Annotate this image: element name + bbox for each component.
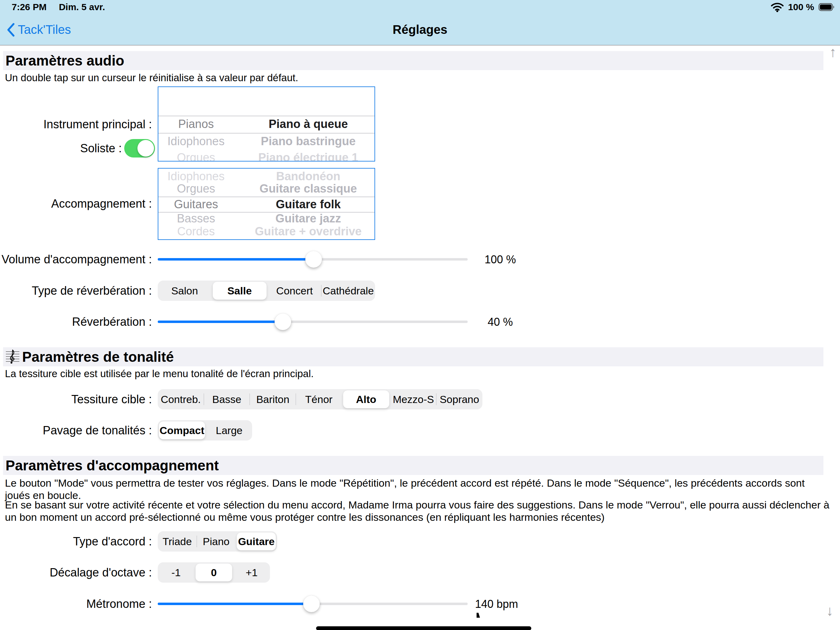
picker-category: Guitares <box>158 198 234 211</box>
accompagnement-picker[interactable]: Idiophones Bandonéon Orgues Guitare clas… <box>158 168 375 240</box>
soliste-toggle[interactable] <box>124 139 155 157</box>
section-header-audio: Paramètres audio <box>3 51 823 70</box>
tessiture-label: Tessiture cible : <box>0 392 152 406</box>
segment-label: Mezzo-S <box>393 393 434 405</box>
segment-label: Guitare <box>238 535 275 548</box>
battery-icon <box>818 3 835 11</box>
segment-piano[interactable]: Piano <box>197 531 236 552</box>
picker-separator <box>158 116 374 116</box>
treble-clef-icon <box>3 350 20 364</box>
segment-label: Cathédrale <box>322 285 374 297</box>
octave-label: Décalage d'octave : <box>0 565 152 579</box>
reverb-value: 40 % <box>471 315 529 329</box>
segment-alto-selected[interactable]: Alto <box>343 390 389 408</box>
segment-label: Basse <box>212 393 242 405</box>
home-indicator[interactable] <box>316 626 531 630</box>
segment-tenor[interactable]: Ténor <box>296 389 342 410</box>
settings-screen: 7:26 PM Dim. 5 avr. 100 % <box>0 0 840 630</box>
segment-0-selected[interactable]: 0 <box>196 564 232 581</box>
status-bar: 7:26 PM Dim. 5 avr. 100 % <box>0 0 840 15</box>
picker-separator <box>158 133 374 133</box>
segment-bariton[interactable]: Bariton <box>249 389 296 410</box>
section-title-accompaniment: Paramètres d'accompagnement <box>3 457 219 474</box>
segment-label: -1 <box>171 567 180 579</box>
instrument-principal-picker[interactable]: Pianos Piano à queue Idiophones Piano ba… <box>158 86 375 161</box>
type-accord-label: Type d'accord : <box>0 534 152 548</box>
segment-label: Piano <box>203 535 230 548</box>
tonality-hint: La tessiture cible est utilisée par le m… <box>5 368 314 380</box>
section-title-tonality: Paramètres de tonalité <box>20 348 174 365</box>
reverb-slider[interactable] <box>158 313 467 330</box>
volume-label: Volume d'accompagnement : <box>0 252 152 266</box>
segment-label: Concert <box>276 285 313 297</box>
picker-instrument: Guitare folk <box>245 198 372 211</box>
picker-category: Idiophones <box>158 135 234 148</box>
clipped-glyph <box>477 613 480 618</box>
tessiture-segmented: Contreb. Basse Bariton Ténor Alto Mezzo-… <box>158 389 482 410</box>
segment-label: Alto <box>356 393 376 405</box>
pavage-label: Pavage de tonalités : <box>0 423 152 437</box>
reverb-label: Réverbération : <box>0 315 152 329</box>
volume-slider[interactable] <box>158 251 467 268</box>
segment-label: Ténor <box>305 393 333 405</box>
type-accord-segmented: Triade Piano Guitare <box>158 531 277 552</box>
segment-minus-1[interactable]: -1 <box>158 562 194 583</box>
page-title: Réglages <box>0 23 840 36</box>
picker-instrument: Guitare jazz <box>245 212 372 225</box>
audio-hint: Un double tap sur un curseur le réinitia… <box>5 72 298 84</box>
metronome-slider[interactable] <box>158 595 467 612</box>
slider-fill <box>158 603 311 605</box>
picker-instrument: Piano électrique 1 <box>245 151 372 161</box>
segment-compact-selected[interactable]: Compact <box>159 421 205 439</box>
reverb-type-label: Type de réverbération : <box>0 283 152 298</box>
volume-value: 100 % <box>471 253 529 266</box>
picker-category: Orgues <box>158 182 234 195</box>
segment-label: +1 <box>246 567 257 579</box>
section-header-tonality: Paramètres de tonalité <box>3 347 823 366</box>
slider-thumb[interactable] <box>303 595 320 612</box>
picker-instrument: Piano bastringue <box>245 135 372 148</box>
picker-category: Cordes <box>158 225 234 238</box>
soliste-label: Soliste : <box>0 141 122 155</box>
picker-instrument: Piano à queue <box>245 117 372 131</box>
segment-label: Salle <box>227 285 251 297</box>
slider-fill <box>158 258 314 261</box>
octave-segmented: -1 0 +1 <box>158 562 270 583</box>
metronome-value: 140 bpm <box>467 597 526 611</box>
segment-concert[interactable]: Concert <box>268 280 322 301</box>
segment-contrebasse[interactable]: Contreb. <box>158 389 204 410</box>
accompagnement-label: Accompagnement : <box>0 196 152 211</box>
segment-basse[interactable]: Basse <box>204 389 250 410</box>
nav-bar: Tack'Tiles Réglages <box>0 15 840 46</box>
toggle-knob <box>137 140 154 157</box>
slider-track[interactable] <box>158 321 467 323</box>
picker-instrument: Bandonéon <box>245 170 372 183</box>
pavage-segmented: Compact Large <box>158 420 252 440</box>
segment-salon[interactable]: Salon <box>158 280 212 301</box>
picker-instrument: Guitare classique <box>245 182 372 195</box>
section-title-audio: Paramètres audio <box>3 52 124 69</box>
instrument-principal-label: Instrument principal : <box>0 117 152 131</box>
slider-thumb[interactable] <box>275 313 291 330</box>
segment-mezzo[interactable]: Mezzo-S <box>390 389 437 410</box>
picker-separator <box>158 196 374 197</box>
segment-plus-1[interactable]: +1 <box>234 562 270 583</box>
wifi-icon <box>771 2 784 12</box>
segment-label: Contreb. <box>161 393 201 405</box>
accompaniment-paragraph-2: En se basant sur votre activité récente … <box>5 499 830 523</box>
picker-instrument: Guitare + overdrive <box>245 225 372 238</box>
segment-guitare-selected[interactable]: Guitare <box>237 532 276 550</box>
status-date: Dim. 5 avr. <box>59 2 105 12</box>
metronome-label: Métronome : <box>0 597 152 611</box>
accompaniment-paragraph-1: Le bouton "Mode" vous permettra de teste… <box>5 477 830 502</box>
segment-large[interactable]: Large <box>206 420 253 440</box>
picker-category: Idiophones <box>158 170 234 183</box>
segment-label: 0 <box>211 567 217 579</box>
slider-thumb[interactable] <box>305 251 322 268</box>
segment-salle-selected[interactable]: Salle <box>213 282 267 300</box>
segment-label: Triade <box>163 535 192 548</box>
segment-soprano[interactable]: Soprano <box>436 389 482 410</box>
segment-triade[interactable]: Triade <box>158 531 197 552</box>
picker-category: Pianos <box>158 117 234 131</box>
segment-cathedrale[interactable]: Cathédrale <box>321 280 375 301</box>
